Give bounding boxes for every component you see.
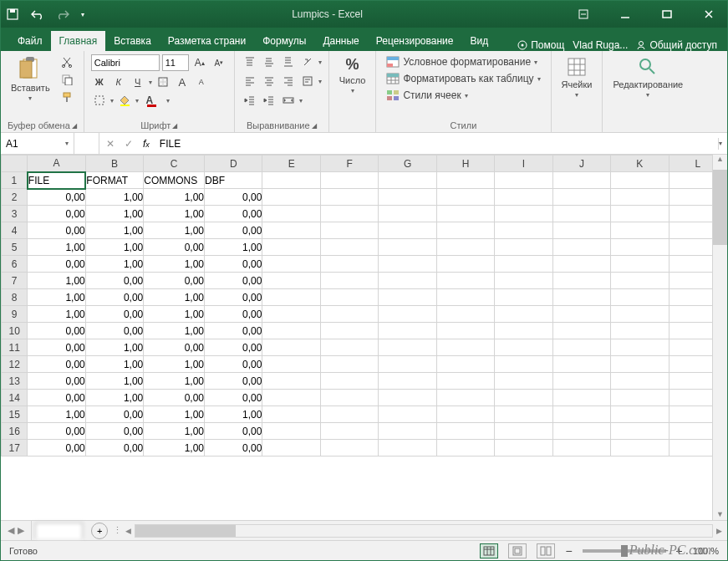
increase-font-icon[interactable]: A▴ [191, 55, 208, 70]
cell[interactable] [495, 306, 552, 323]
cell[interactable] [262, 289, 320, 306]
cell[interactable] [379, 189, 436, 206]
cell[interactable]: 0,00 [205, 323, 262, 339]
cell[interactable] [379, 222, 436, 239]
cell[interactable] [611, 239, 669, 256]
cell[interactable] [436, 289, 494, 306]
underline-button[interactable]: Ч [130, 74, 146, 89]
cell[interactable] [379, 323, 436, 339]
add-sheet-button[interactable]: + [91, 523, 108, 539]
cell[interactable] [495, 423, 552, 440]
cell[interactable] [495, 390, 552, 406]
cell[interactable] [436, 373, 494, 390]
cell[interactable]: 1,00 [205, 406, 262, 423]
row-header[interactable]: 5 [2, 239, 28, 256]
cell[interactable] [262, 256, 320, 273]
border-dd-icon[interactable] [91, 93, 108, 108]
cell[interactable] [320, 356, 378, 373]
font-size-select[interactable] [162, 54, 189, 71]
cell[interactable] [436, 423, 494, 440]
tab-data[interactable]: Данные [314, 31, 367, 51]
cell[interactable] [320, 273, 378, 289]
cell[interactable] [436, 390, 494, 406]
cell[interactable]: 0,00 [28, 440, 85, 456]
cell[interactable] [262, 423, 320, 440]
cell[interactable]: 0,00 [144, 339, 205, 356]
cell[interactable] [495, 256, 552, 273]
cell[interactable] [379, 273, 436, 289]
column-header[interactable]: J [552, 156, 610, 172]
cell[interactable]: 0,00 [28, 256, 85, 273]
cell[interactable] [611, 339, 669, 356]
merge-icon[interactable] [280, 93, 297, 108]
cell[interactable]: 1,00 [144, 356, 205, 373]
sheet-tab[interactable] [35, 523, 83, 538]
formula-input[interactable]: FILE [160, 138, 711, 150]
orient-dd[interactable]: ▾ [318, 59, 322, 66]
tab-review[interactable]: Рецензирование [368, 31, 462, 51]
row-header[interactable]: 12 [2, 356, 28, 373]
cell[interactable] [552, 306, 610, 323]
cut-icon[interactable] [59, 54, 75, 69]
font-launcher-icon[interactable]: ◢ [172, 122, 177, 130]
font-grow-icon[interactable]: A [174, 74, 191, 89]
cell[interactable]: 0,00 [205, 256, 262, 273]
cell[interactable] [552, 390, 610, 406]
cell[interactable] [495, 189, 552, 206]
name-box[interactable]: A1▾ [1, 133, 74, 154]
decrease-font-icon[interactable]: A▾ [211, 55, 227, 70]
close-icon[interactable] [695, 3, 722, 26]
row-header[interactable]: 6 [2, 256, 28, 273]
cell[interactable]: 0,00 [85, 273, 143, 289]
sheet-nav-prev-icon[interactable]: ◀ [8, 525, 14, 536]
cell[interactable] [262, 323, 320, 339]
cell[interactable] [552, 406, 610, 423]
cell[interactable] [552, 206, 610, 222]
cell[interactable] [320, 306, 378, 323]
cell[interactable] [611, 406, 669, 423]
cell[interactable] [262, 373, 320, 390]
tell-me[interactable]: Помощ [517, 39, 564, 51]
cell[interactable]: FORMAT [85, 172, 143, 189]
cell[interactable]: 0,00 [28, 323, 85, 339]
row-header[interactable]: 14 [2, 390, 28, 406]
cell[interactable]: 1,00 [144, 323, 205, 339]
cell[interactable] [379, 206, 436, 222]
tab-home[interactable]: Главная [51, 31, 106, 51]
cell[interactable] [495, 440, 552, 456]
row-header[interactable]: 17 [2, 440, 28, 456]
merge-dd[interactable]: ▾ [299, 97, 303, 105]
cell[interactable] [495, 273, 552, 289]
cell[interactable]: 1,00 [144, 256, 205, 273]
cell[interactable] [379, 390, 436, 406]
cell[interactable] [436, 323, 494, 339]
cell[interactable] [320, 373, 378, 390]
copy-icon[interactable] [59, 72, 75, 87]
minimize-icon[interactable] [612, 3, 639, 26]
cell[interactable]: 1,00 [144, 373, 205, 390]
cell[interactable] [379, 440, 436, 456]
align-bottom-icon[interactable] [280, 54, 297, 69]
cell[interactable] [379, 172, 436, 189]
cell[interactable] [611, 390, 669, 406]
cell[interactable] [611, 323, 669, 339]
cell[interactable] [495, 289, 552, 306]
wrap-dd[interactable]: ▾ [318, 78, 322, 85]
cell[interactable]: DBF [205, 172, 262, 189]
cell[interactable] [552, 239, 610, 256]
tab-insert[interactable]: Вставка [105, 31, 160, 51]
cell[interactable] [436, 356, 494, 373]
editing-button[interactable]: Редактирование▾ [609, 54, 686, 100]
row-header[interactable]: 10 [2, 323, 28, 339]
cell[interactable] [379, 306, 436, 323]
cell[interactable] [552, 356, 610, 373]
cell[interactable]: 0,00 [205, 289, 262, 306]
cell[interactable] [262, 339, 320, 356]
cell[interactable] [320, 323, 378, 339]
cell[interactable] [611, 356, 669, 373]
cell[interactable] [379, 339, 436, 356]
tab-layout[interactable]: Разметка страни [160, 31, 254, 51]
sheet-nav-next-icon[interactable]: ▶ [18, 525, 24, 536]
hscroll-left-icon[interactable]: ◀ [125, 527, 131, 535]
cell[interactable] [262, 440, 320, 456]
